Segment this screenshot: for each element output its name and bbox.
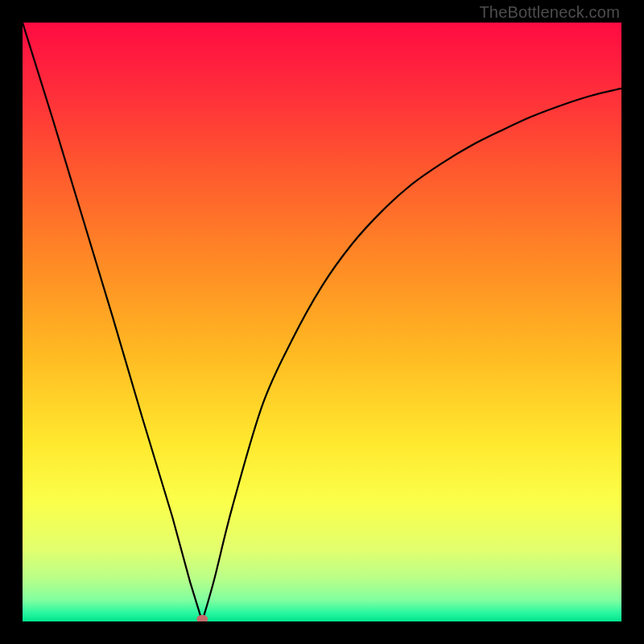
plot-area [23,23,621,621]
svg-point-1 [196,615,208,621]
watermark-text: TheBottleneck.com [479,3,620,22]
curve-layer [23,23,621,621]
chart-frame: TheBottleneck.com [0,0,644,644]
